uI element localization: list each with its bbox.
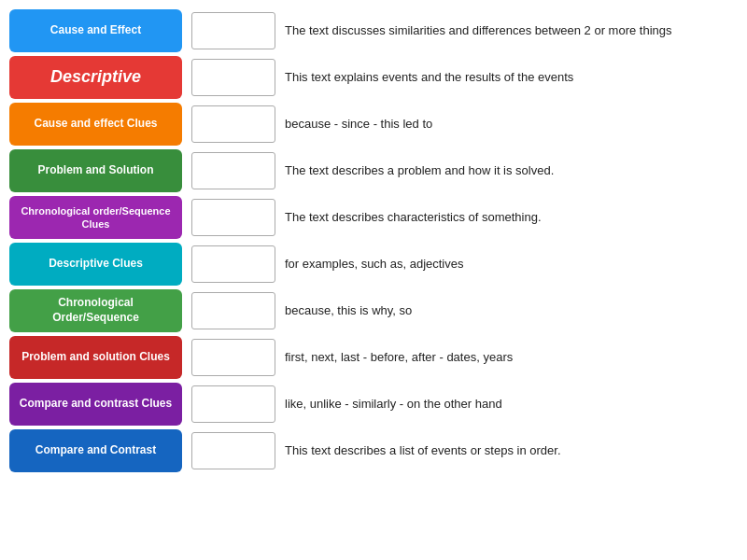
clue-text-9: like, unlike - similarly - on the other … (285, 396, 502, 413)
clue-text-10: This text describes a list of events or … (285, 442, 561, 459)
clue-text-3: because - since - this led to (285, 116, 432, 133)
match-box-4[interactable] (191, 152, 275, 189)
row-4: The text describes a problem and how it … (191, 149, 738, 192)
clue-text-5: The text describes characteristics of so… (285, 209, 542, 226)
match-box-5[interactable] (191, 199, 275, 236)
right-column: The text discusses similarities and diff… (191, 9, 738, 551)
clue-text-4: The text describes a problem and how it … (285, 162, 554, 179)
row-1: The text discusses similarities and diff… (191, 9, 738, 52)
main-container: Cause and Effect Descriptive Cause and e… (0, 0, 747, 560)
clue-text-1: The text discusses similarities and diff… (285, 22, 672, 39)
left-column: Cause and Effect Descriptive Cause and e… (9, 9, 182, 551)
match-box-9[interactable] (191, 385, 275, 423)
row-8: first, next, last - before, after - date… (191, 336, 738, 379)
label-problem-solution-clues[interactable]: Problem and solution Clues (9, 336, 182, 379)
label-problem-solution[interactable]: Problem and Solution (9, 149, 182, 192)
label-cause-effect-clues[interactable]: Cause and effect Clues (9, 103, 182, 146)
row-2: This text explains events and the result… (191, 56, 738, 99)
match-box-3[interactable] (191, 105, 275, 143)
row-6: for examples, such as, adjectives (191, 243, 738, 286)
match-box-6[interactable] (191, 245, 275, 283)
match-box-2[interactable] (191, 59, 275, 96)
clue-text-8: first, next, last - before, after - date… (285, 349, 513, 366)
label-cause-and-effect[interactable]: Cause and Effect (9, 9, 182, 52)
match-box-10[interactable] (191, 432, 275, 469)
label-chrono-order-sequence[interactable]: Chronological Order/Sequence (9, 289, 182, 332)
match-box-8[interactable] (191, 339, 275, 376)
row-5: The text describes characteristics of so… (191, 196, 738, 239)
label-descriptive[interactable]: Descriptive (9, 56, 182, 99)
row-9: like, unlike - similarly - on the other … (191, 383, 738, 426)
clue-text-6: for examples, such as, adjectives (285, 256, 463, 273)
row-7: because, this is why, so (191, 289, 738, 332)
clue-text-7: because, this is why, so (285, 302, 412, 319)
row-3: because - since - this led to (191, 103, 738, 146)
clue-text-2: This text explains events and the result… (285, 69, 573, 86)
match-box-7[interactable] (191, 292, 275, 329)
label-compare-contrast[interactable]: Compare and Contrast (9, 429, 182, 472)
label-compare-contrast-clues[interactable]: Compare and contrast Clues (9, 383, 182, 426)
label-descriptive-clues[interactable]: Descriptive Clues (9, 243, 182, 286)
match-box-1[interactable] (191, 12, 275, 49)
label-chrono-sequence-clues[interactable]: Chronological order/Sequence Clues (9, 196, 182, 239)
row-10: This text describes a list of events or … (191, 429, 738, 472)
